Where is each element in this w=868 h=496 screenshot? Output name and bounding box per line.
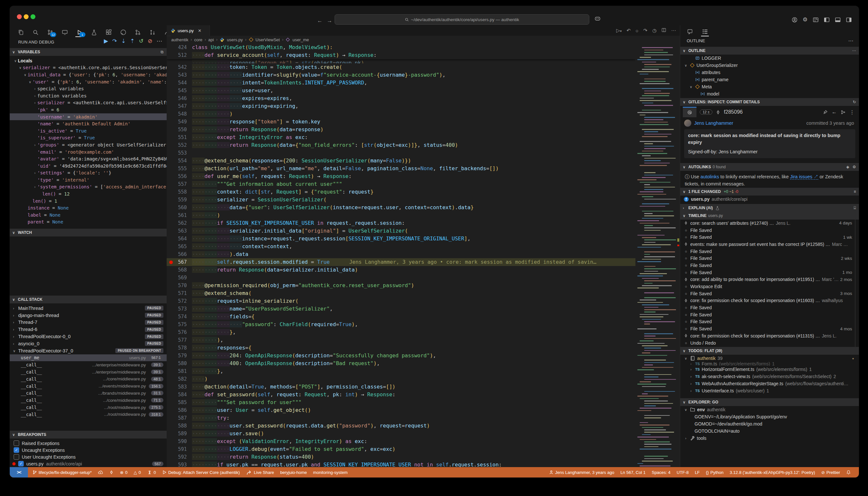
- timeline-row[interactable]: ○File Saved: [680, 311, 859, 318]
- status-python[interactable]: {}Python: [706, 470, 724, 475]
- explorer-go-section[interactable]: ∨EXPLORER: GO: [680, 398, 859, 406]
- expand-icon[interactable]: [32, 108, 37, 112]
- code-line[interactable]: 576············},: [167, 328, 635, 336]
- activity-pull-request-icon[interactable]: [134, 28, 142, 36]
- timeline-row[interactable]: ○File Saved: [680, 318, 859, 325]
- maximize-window-button[interactable]: [31, 14, 35, 19]
- callstack-row[interactable]: __call__.../root/middleware.py275:1: [10, 404, 167, 411]
- timeline-row[interactable]: ○File Saved1 wk: [680, 234, 859, 241]
- step-into-icon[interactable]: ⇣: [121, 38, 126, 45]
- layout-icon[interactable]: [813, 16, 819, 23]
- activity-gitlens-icon[interactable]: [149, 28, 156, 36]
- expand-icon[interactable]: [32, 115, 37, 119]
- breakpoint-checkbox[interactable]: [14, 440, 19, 446]
- kebab-icon[interactable]: ⋮: [850, 109, 855, 115]
- timeline-row[interactable]: ○Undo / Redo: [680, 339, 859, 346]
- code-line[interactable]: 581········},: [167, 367, 635, 375]
- variable-row[interactable]: ›serializer = <authentik.core.api.users.…: [10, 99, 167, 107]
- autolinks-link[interactable]: Jira issues ↗: [790, 174, 818, 180]
- status-ln-567-col-1[interactable]: Ln 567, Col 1: [620, 470, 646, 475]
- expand-icon[interactable]: ›: [13, 335, 18, 339]
- code-line[interactable]: 543················identifier=slugify(va…: [167, 71, 635, 79]
- expand-icon[interactable]: ›: [13, 342, 18, 346]
- callstack-list[interactable]: ›MainThreadPAUSED›django-main-threadPAUS…: [10, 305, 167, 419]
- variable-row[interactable]: ∨initial_data = {'user': {'pk': 6, 'user…: [10, 71, 167, 78]
- outline-section[interactable]: ∨OUTLINE⋯: [680, 47, 859, 55]
- code-line[interactable]: 549············response["token"] = token…: [167, 118, 635, 126]
- header-icon[interactable]: ⌸: [854, 206, 856, 210]
- expand-icon[interactable]: ›: [13, 306, 18, 310]
- expand-icon[interactable]: ∨: [18, 66, 23, 69]
- outline-row[interactable]: attributes: [680, 69, 859, 76]
- code-line[interactable]: 556····def user_me(self, request: Reques…: [167, 172, 635, 180]
- restart-icon[interactable]: ↺: [139, 38, 143, 45]
- toggle-right-sidebar-icon[interactable]: [846, 16, 852, 23]
- tab-users-py[interactable]: users.py ✕: [167, 25, 210, 36]
- expand-icon[interactable]: ›: [689, 367, 693, 371]
- expand-icon[interactable]: [32, 150, 37, 154]
- command-center-search[interactable]: ~/dev/authentik/authentik/core/api/users…: [335, 14, 589, 25]
- breakpoint-checkbox[interactable]: [14, 454, 19, 460]
- step-back-icon[interactable]: ↶: [626, 28, 631, 33]
- nav-back-icon[interactable]: ←: [317, 17, 323, 24]
- status-utf-8[interactable]: UTF-8: [677, 470, 689, 475]
- status-lifecycle-fix-debugger-setup-[interactable]: lifecycle/fix-debugger-setup*: [32, 470, 92, 475]
- status-cloud[interactable]: [98, 470, 103, 475]
- variable-row[interactable]: 'is_active' = True: [10, 127, 167, 135]
- todo-file-row[interactable]: ›TSWebAuthnAuthenticatorRegisterStage.ts…: [680, 380, 859, 387]
- code-line[interactable]: 572········request=inline_serializer(: [167, 297, 635, 305]
- code-line[interactable]: 593········if user.pk == request.user.pk…: [167, 461, 635, 467]
- expand-icon[interactable]: [32, 157, 37, 161]
- variable-row[interactable]: ›'settings' = {'locale': ''}: [10, 170, 167, 177]
- outline-row[interactable]: parent_name: [680, 76, 859, 83]
- code-line[interactable]: 587········try:: [167, 414, 635, 422]
- variable-row[interactable]: label = None: [10, 212, 167, 219]
- timeline-row[interactable]: ○File Saved: [680, 248, 859, 255]
- expand-icon[interactable]: ∨: [13, 59, 18, 63]
- todo-root-row[interactable]: ∨authentik39●: [680, 355, 859, 362]
- status-bell[interactable]: [846, 470, 851, 475]
- expand-icon[interactable]: ∨: [683, 356, 688, 360]
- variable-row[interactable]: ›special variables: [10, 85, 167, 92]
- code-line[interactable]: 561········): [167, 212, 635, 219]
- breadcrumb[interactable]: authentik›core›api›users.py›UserViewSet›…: [171, 36, 680, 44]
- variable-row[interactable]: ∨'user' = {'pk': 6, 'username': 'akadmin…: [10, 78, 167, 86]
- variables-section[interactable]: ∨VARIABLES⧉: [10, 48, 167, 56]
- author-name[interactable]: Jens Langhammer: [694, 121, 733, 126]
- expand-icon[interactable]: ∨: [28, 80, 32, 84]
- timeline-row[interactable]: events: make sure password set event has…: [680, 241, 859, 248]
- code-line[interactable]: 563············serializer.initial_data["…: [167, 227, 635, 235]
- expand-icon[interactable]: ›: [32, 94, 37, 98]
- breakpoint-row[interactable]: User Uncaught Exceptions: [10, 453, 167, 460]
- code-line[interactable]: 580············400: OpenApiResponse(desc…: [167, 360, 635, 367]
- copilot-icon[interactable]: [594, 16, 601, 22]
- expand-icon[interactable]: ∨: [683, 63, 688, 67]
- variable-row[interactable]: ∨Locals: [10, 57, 167, 64]
- code-line[interactable]: 552············return Response(data={"no…: [167, 141, 635, 149]
- variable-row[interactable]: 'type' = 'internal': [10, 176, 167, 184]
- step-over-icon[interactable]: ↷: [112, 38, 117, 45]
- code-line[interactable]: ············response["group_pk"] = str(o…: [167, 59, 635, 63]
- run-python-file-icon[interactable]: ▷▾: [616, 28, 622, 33]
- expand-icon[interactable]: [28, 199, 32, 203]
- code-line[interactable]: 564················instance=request._req…: [167, 235, 635, 243]
- expand-icon[interactable]: [23, 220, 28, 224]
- expand-icon[interactable]: [32, 136, 37, 140]
- breadcrumb-item[interactable]: user_me: [292, 37, 309, 42]
- split-editor-icon[interactable]: [662, 28, 666, 33]
- chat-view-icon[interactable]: [686, 27, 694, 36]
- code-line[interactable]: 590········except (ValidationError, Inte…: [167, 437, 635, 445]
- header-actions[interactable]: ⋯: [852, 48, 856, 53]
- expand-icon[interactable]: [23, 206, 28, 210]
- timer-icon[interactable]: ◷: [652, 28, 656, 33]
- continue-icon[interactable]: ▶: [104, 38, 108, 45]
- toggle-left-sidebar-icon[interactable]: [824, 16, 830, 23]
- code-line[interactable]: 570····@permission_required(obj_perm="au…: [167, 282, 635, 290]
- code-line[interactable]: 565················context=context,: [167, 243, 635, 250]
- gitlens-actions[interactable]: ←⋮: [823, 109, 855, 115]
- code-line[interactable]: 577········),: [167, 336, 635, 344]
- callstack-row[interactable]: __call__.../enterprise/middleware.py39:1: [10, 361, 167, 368]
- code-line[interactable]: 589············user.save(): [167, 430, 635, 437]
- status-spaces-4[interactable]: Spaces: 4: [652, 470, 670, 475]
- code-line[interactable]: 583····@action(detail=True, methods=["PO…: [167, 383, 635, 391]
